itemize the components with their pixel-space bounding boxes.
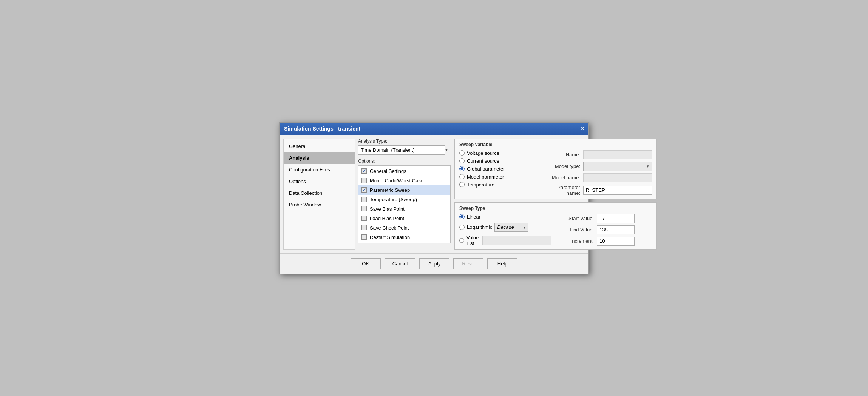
option-label-save-check-point: Save Check Point — [370, 225, 409, 231]
sidebar-item-general[interactable]: General — [284, 140, 355, 152]
option-item-temperature-sweep[interactable]: Temperature (Sweep) — [358, 195, 450, 204]
decade-select[interactable]: DecadeOctave — [494, 223, 528, 232]
sweep-type-fields: Start Value: End Value: Increment: — [556, 214, 652, 246]
simulation-settings-dialog: Simulation Settings - transient × Genera… — [279, 122, 589, 274]
checkbox-parametric-sweep: ✓ — [361, 187, 367, 193]
sweep-variable-section: Sweep Variable Voltage sourceCurrent sou… — [454, 139, 657, 199]
left-column: Analysis Type: Time Domain (Transient)AC… — [358, 139, 451, 250]
radio-label-model-parameter: Model parameter — [467, 174, 504, 180]
option-label-restart-simulation: Restart Simulation — [370, 234, 410, 240]
radio-temperature[interactable] — [459, 182, 465, 187]
sweep-type-radio-row-logarithmic: LogarithmicDecadeOctave — [459, 223, 550, 232]
sweep-variable-fields: Name: Model type: — [535, 150, 652, 196]
sweep-variable-grid: Voltage sourceCurrent sourceGlobal param… — [459, 150, 652, 196]
start-value-field-row: Start Value: — [556, 214, 652, 223]
model-type-label: Model type: — [542, 163, 580, 169]
option-item-parametric-sweep[interactable]: ✓Parametric Sweep — [358, 185, 450, 195]
option-item-monte-carlo[interactable]: Monte Carlo/Worst Case — [358, 176, 450, 185]
sweep-variable-radios: Voltage sourceCurrent sourceGlobal param… — [459, 150, 535, 196]
value-list-input[interactable] — [482, 236, 551, 245]
option-item-load-bias-point[interactable]: Load Bias Point — [358, 214, 450, 223]
decade-select-wrapper[interactable]: DecadeOctave — [494, 223, 528, 232]
analysis-type-section: Analysis Type: Time Domain (Transient)AC… — [358, 139, 451, 155]
name-label: Name: — [542, 152, 580, 157]
dialog-body: GeneralAnalysisConfiguration FilesOption… — [280, 135, 588, 253]
start-value-input[interactable] — [597, 214, 635, 223]
sweep-type-radio-logarithmic[interactable] — [459, 225, 465, 230]
increment-input[interactable] — [597, 237, 635, 246]
radio-global-parameter[interactable] — [459, 166, 465, 171]
sidebar-item-probe-window[interactable]: Probe Window — [284, 199, 355, 211]
radio-row-model-parameter: Model parameter — [459, 174, 535, 180]
radio-row-current-source: Current source — [459, 158, 535, 164]
checkbox-general-settings: ✓ — [361, 168, 367, 174]
sweep-type-grid: LinearLogarithmicDecadeOctaveValue List … — [459, 214, 652, 246]
radio-model-parameter[interactable] — [459, 174, 465, 179]
cancel-button[interactable]: Cancel — [385, 258, 415, 269]
option-item-save-bias-point[interactable]: Save Bias Point — [358, 204, 450, 214]
apply-button[interactable]: Apply — [419, 258, 449, 269]
parameter-name-input[interactable] — [583, 186, 652, 195]
end-value-label: End Value: — [556, 227, 594, 233]
increment-field-row: Increment: — [556, 237, 652, 246]
right-panel: Sweep Variable Voltage sourceCurrent sou… — [454, 139, 657, 250]
sweep-type-radio-row-linear: Linear — [459, 214, 550, 220]
parameter-name-field-row: Parameter name: — [542, 185, 652, 196]
option-item-general-settings[interactable]: ✓General Settings — [358, 166, 450, 176]
increment-label: Increment: — [556, 238, 594, 244]
model-type-select-wrapper[interactable] — [583, 162, 652, 171]
option-label-save-bias-point: Save Bias Point — [370, 206, 405, 212]
top-row: Analysis Type: Time Domain (Transient)AC… — [358, 139, 657, 250]
name-input[interactable] — [583, 150, 652, 159]
sidebar-item-options[interactable]: Options — [284, 176, 355, 187]
analysis-type-label: Analysis Type: — [358, 139, 451, 144]
radio-label-temperature: Temperature — [467, 182, 494, 188]
option-label-parametric-sweep: Parametric Sweep — [370, 187, 410, 193]
radio-label-current-source: Current source — [467, 158, 499, 164]
sidebar-item-data-collection[interactable]: Data Collection — [284, 187, 355, 199]
main-content: Analysis Type: Time Domain (Transient)AC… — [358, 139, 657, 250]
option-label-temperature-sweep: Temperature (Sweep) — [370, 197, 417, 202]
reset-button: Reset — [453, 258, 483, 269]
model-type-field-row: Model type: — [542, 162, 652, 171]
analysis-type-select[interactable]: Time Domain (Transient)AC SweepDC SweepB… — [358, 145, 445, 155]
close-button[interactable]: × — [581, 126, 584, 132]
title-bar: Simulation Settings - transient × — [280, 123, 588, 135]
name-field-row: Name: — [542, 150, 652, 159]
checkbox-save-check-point — [361, 225, 367, 230]
model-name-label: Model name: — [542, 175, 580, 180]
model-name-field-row: Model name: — [542, 173, 652, 182]
footer: OKCancelApplyResetHelp — [280, 253, 588, 274]
checkbox-save-bias-point — [361, 206, 367, 211]
sweep-type-radio-value-list[interactable] — [459, 238, 464, 243]
radio-label-voltage-source: Voltage source — [467, 150, 499, 156]
sweep-type-radio-linear[interactable] — [459, 214, 465, 219]
start-value-label: Start Value: — [556, 216, 594, 221]
option-item-save-check-point[interactable]: Save Check Point — [358, 223, 450, 233]
radio-row-temperature: Temperature — [459, 182, 535, 188]
sidebar-item-analysis[interactable]: Analysis — [284, 152, 355, 164]
model-name-input[interactable] — [583, 173, 652, 182]
analysis-type-select-wrapper[interactable]: Time Domain (Transient)AC SweepDC SweepB… — [358, 145, 451, 155]
radio-current-source[interactable] — [459, 158, 465, 163]
option-label-load-bias-point: Load Bias Point — [370, 216, 404, 221]
radio-voltage-source[interactable] — [459, 150, 465, 156]
dialog-title: Simulation Settings - transient — [284, 126, 360, 132]
checkbox-monte-carlo — [361, 178, 367, 183]
sweep-type-radio-label-value-list: Value List — [466, 235, 479, 246]
sweep-variable-title: Sweep Variable — [459, 142, 652, 147]
sweep-type-radio-row-value-list: Value List — [459, 235, 550, 246]
sweep-type-radio-label-logarithmic: Logarithmic — [467, 224, 492, 230]
ok-button[interactable]: OK — [351, 258, 381, 269]
end-value-input[interactable] — [597, 225, 635, 234]
help-button[interactable]: Help — [487, 258, 517, 269]
sidebar-item-configuration-files[interactable]: Configuration Files — [284, 164, 355, 176]
radio-row-voltage-source: Voltage source — [459, 150, 535, 156]
model-type-select[interactable] — [583, 162, 652, 171]
sweep-type-title: Sweep Type — [459, 206, 652, 211]
radio-label-global-parameter: Global parameter — [467, 166, 505, 172]
sidebar: GeneralAnalysisConfiguration FilesOption… — [283, 139, 355, 250]
sweep-type-section: Sweep Type LinearLogarithmicDecadeOctave… — [454, 202, 657, 250]
checkbox-restart-simulation — [361, 234, 367, 240]
option-item-restart-simulation[interactable]: Restart Simulation — [358, 233, 450, 242]
